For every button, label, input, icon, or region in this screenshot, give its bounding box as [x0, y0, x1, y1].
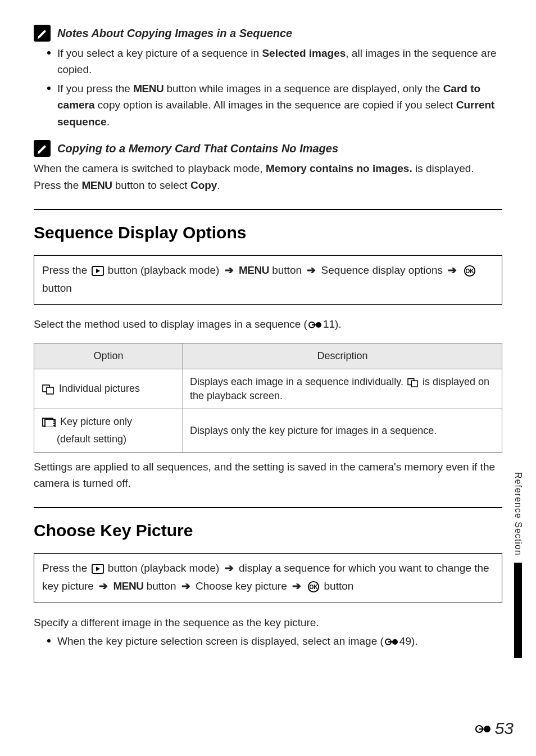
- ok-icon: OK: [464, 265, 476, 277]
- option-label: Individual pictures: [59, 382, 140, 396]
- text: button: [272, 264, 305, 276]
- text: copy option is available. All images in …: [95, 99, 456, 111]
- arrow-icon: ➔: [225, 264, 234, 276]
- lead-sequence-display: Select the method used to display images…: [34, 316, 502, 332]
- side-tab-label: Reference Section: [512, 472, 525, 559]
- svg-text:OK: OK: [465, 268, 474, 274]
- description-cell: Displays only the key picture for images…: [183, 409, 502, 452]
- individual-icon: [407, 377, 419, 387]
- reference-icon: [385, 638, 398, 646]
- trailer-sequence-display: Settings are applied to all sequences, a…: [34, 459, 502, 492]
- option-cell: Individual pictures: [34, 369, 183, 409]
- playback-icon: [92, 266, 104, 276]
- text: When the key picture selection screen is…: [57, 635, 384, 647]
- text: button: [42, 282, 72, 294]
- description-cell: Displays each image in a sequence indivi…: [183, 369, 502, 409]
- arrow-icon: ➔: [307, 264, 316, 276]
- option-sublabel: (default setting): [41, 432, 126, 446]
- menu-word: MENU: [82, 179, 112, 191]
- page-number: 53: [495, 716, 514, 741]
- arrow-icon: ➔: [448, 264, 457, 276]
- note-body-2: When the camera is switched to playback …: [34, 160, 502, 193]
- table-header-description: Description: [183, 343, 502, 369]
- svg-rect-16: [53, 423, 54, 424]
- text: Sequence display options: [321, 264, 446, 276]
- svg-rect-17: [53, 425, 54, 426]
- text: button to select: [112, 179, 190, 191]
- side-tab-bar: [514, 563, 522, 658]
- text-bold: Memory contains no images.: [266, 162, 412, 174]
- svg-rect-24: [388, 641, 395, 642]
- lead-choose-key: Specify a different image in the sequenc…: [34, 614, 502, 631]
- arrow-icon: ➔: [225, 562, 234, 574]
- individual-icon: [42, 383, 54, 395]
- arrow-icon: ➔: [99, 580, 108, 592]
- svg-rect-8: [312, 324, 319, 325]
- text: button: [324, 580, 354, 592]
- text: Choose key picture: [196, 580, 290, 592]
- text: If you press the: [57, 83, 133, 94]
- page-footer: 53: [474, 716, 514, 741]
- key-picture-icon: [42, 417, 56, 427]
- note-item: When the key picture selection screen is…: [47, 633, 502, 649]
- text: When the camera is switched to playback …: [34, 162, 266, 174]
- ok-icon: OK: [307, 581, 320, 593]
- note-heading-copy-empty: Copying to a Memory Card That Contains N…: [34, 140, 502, 157]
- text: Displays each image in a sequence indivi…: [190, 376, 406, 387]
- text: .: [107, 116, 110, 128]
- svg-marker-3: [96, 269, 100, 273]
- text-bold: Selected images: [262, 47, 346, 59]
- pencil-icon: [34, 140, 51, 157]
- menu-word: MENU: [113, 580, 143, 592]
- menu-word: MENU: [239, 264, 269, 276]
- text: 11).: [323, 318, 342, 330]
- text: button (playback mode): [108, 264, 222, 276]
- text: .: [217, 179, 220, 191]
- reference-icon: [308, 321, 322, 329]
- option-label: Key picture only: [60, 415, 132, 429]
- note-item: If you press the MENU button while image…: [47, 80, 502, 130]
- reference-icon: [475, 724, 492, 734]
- breadcrumb-choose-key: Press the button (playback mode) ➔ displ…: [34, 553, 502, 603]
- text-bold: Copy: [190, 179, 217, 191]
- text: button while images in a sequence are di…: [163, 83, 443, 94]
- arrow-icon: ➔: [181, 580, 190, 592]
- table-row: Individual pictures Displays each image …: [34, 369, 502, 409]
- note-heading-label-1: Notes About Copying Images in a Sequence: [57, 25, 292, 42]
- text: button (playback mode): [108, 562, 222, 574]
- options-table: Option Description Individual pictures D…: [34, 343, 502, 453]
- arrow-icon: ➔: [292, 580, 301, 592]
- svg-rect-12: [411, 381, 417, 387]
- option-cell: Key picture only (default setting): [34, 409, 183, 452]
- notes-list-choose-key: When the key picture selection screen is…: [47, 633, 502, 649]
- text: Select the method used to display images…: [34, 318, 307, 330]
- text: If you select a key picture of a sequenc…: [57, 47, 262, 59]
- svg-rect-27: [479, 728, 487, 730]
- text: button: [147, 580, 179, 592]
- svg-marker-19: [96, 567, 100, 571]
- table-header-option: Option: [34, 343, 183, 369]
- table-row: Key picture only (default setting) Displ…: [34, 409, 502, 452]
- svg-rect-10: [47, 387, 53, 394]
- section-title-sequence-display: Sequence Display Options: [34, 220, 502, 245]
- breadcrumb-sequence-display: Press the button (playback mode) ➔ MENU …: [34, 255, 502, 305]
- svg-rect-15: [53, 420, 54, 422]
- section-title-choose-key: Choose Key Picture: [34, 518, 502, 543]
- text: Press the: [42, 264, 90, 276]
- playback-icon: [92, 564, 104, 574]
- text: Press the: [42, 562, 90, 574]
- note-item: If you select a key picture of a sequenc…: [47, 45, 502, 78]
- pencil-icon: [34, 25, 51, 42]
- note-heading-copy-sequence: Notes About Copying Images in a Sequence: [34, 25, 502, 42]
- section-divider: [34, 507, 502, 508]
- text: 49).: [399, 635, 418, 647]
- menu-word: MENU: [133, 83, 163, 94]
- note-heading-label-2: Copying to a Memory Card That Contains N…: [57, 141, 338, 157]
- side-tab: Reference Section: [512, 472, 525, 658]
- section-divider: [34, 209, 502, 210]
- notes-list-1: If you select a key picture of a sequenc…: [47, 45, 502, 130]
- svg-text:OK: OK: [310, 584, 319, 590]
